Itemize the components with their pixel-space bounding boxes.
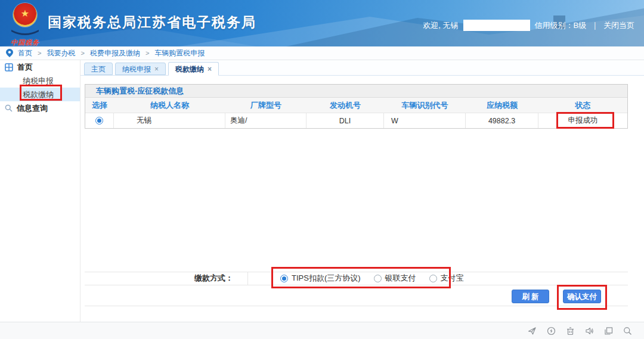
sidebar-item-info-query[interactable]: 信息查询 bbox=[0, 101, 80, 115]
welcome-text: 欢迎, 无锡 bbox=[423, 20, 458, 31]
redacted-taxpayer-name bbox=[463, 20, 530, 31]
breadcrumb-banshui[interactable]: 我要办税 bbox=[47, 48, 75, 58]
divider-line bbox=[85, 285, 628, 285]
table-row: 无锡 奥迪/ DLI W 49882.3 申报成功 bbox=[85, 113, 627, 128]
row-select-cell bbox=[85, 113, 114, 128]
tab-tax-declare[interactable]: 纳税申报 × bbox=[115, 63, 166, 75]
trash-icon[interactable] bbox=[566, 326, 575, 335]
col-taxpayer-name: 纳税人名称 bbox=[114, 98, 225, 113]
divider-line bbox=[85, 306, 628, 306]
welcome-bar: 欢迎, 无锡 信用级别：B级 ｜ 关闭当页 bbox=[423, 20, 634, 31]
radio-tips-selected[interactable] bbox=[280, 275, 288, 282]
tab-close-icon[interactable]: × bbox=[154, 63, 159, 75]
sidebar-item-tax-payment[interactable]: 税款缴纳 bbox=[0, 88, 80, 101]
col-vin: 车辆识别代号 bbox=[384, 98, 466, 113]
breadcrumb-home[interactable]: 首页 bbox=[18, 48, 32, 58]
sidebar-item-label: 纳税申报 bbox=[23, 76, 54, 86]
location-pin-icon bbox=[6, 49, 13, 57]
breadcrumb-shenbao-jiaona[interactable]: 税费申报及缴纳 bbox=[90, 48, 140, 58]
close-page-link[interactable]: 关闭当页 bbox=[603, 20, 634, 31]
speaker-icon[interactable] bbox=[585, 326, 594, 335]
rocket-icon[interactable] bbox=[528, 326, 537, 335]
national-emblem-icon: ★ bbox=[13, 3, 37, 27]
col-select: 选择 bbox=[85, 98, 114, 113]
breadcrumb-separator: > bbox=[80, 49, 84, 57]
site-title: 国家税务总局江苏省电子税务局 bbox=[48, 13, 256, 32]
payment-method-label: 缴款方式： bbox=[85, 272, 247, 285]
payment-option-unionpay[interactable]: 银联支付 bbox=[374, 273, 416, 284]
refresh-button[interactable]: 刷 新 bbox=[512, 290, 549, 303]
divider-line bbox=[247, 272, 248, 285]
payment-option-label: 银联支付 bbox=[385, 273, 416, 284]
wings-icon bbox=[11, 29, 39, 35]
grid-icon bbox=[5, 63, 13, 71]
panel-title: 车辆购置税-应征税款信息 bbox=[85, 85, 627, 98]
search-icon bbox=[5, 104, 13, 112]
tab-tax-payment[interactable]: 税款缴纳 × bbox=[168, 62, 219, 76]
tab-label: 纳税申报 bbox=[122, 63, 151, 75]
col-tax-amount: 应纳税额 bbox=[466, 98, 538, 113]
cell-tax-amount: 49882.3 bbox=[466, 113, 538, 128]
breadcrumb-separator: > bbox=[38, 49, 41, 57]
col-brand-model: 厂牌型号 bbox=[225, 98, 306, 113]
payment-option-alipay[interactable]: 支付宝 bbox=[429, 273, 464, 284]
payment-options: TIPS扣款(三方协议) 银联支付 支付宝 bbox=[280, 272, 464, 285]
credit-level: 信用级别：B级 bbox=[535, 20, 587, 31]
tab-label: 税款缴纳 bbox=[175, 63, 204, 75]
cell-brand-model: 奥迪/ bbox=[225, 113, 306, 128]
payment-option-tips[interactable]: TIPS扣款(三方协议) bbox=[280, 273, 361, 284]
confirm-payment-button[interactable]: 确认支付 bbox=[563, 290, 601, 303]
row-radio-selected[interactable] bbox=[95, 117, 103, 125]
logo-caption: 中国税务 bbox=[10, 38, 41, 46]
sidebar-info-query-label: 信息查询 bbox=[17, 103, 48, 114]
radio-unionpay[interactable] bbox=[374, 275, 382, 282]
sidebar-item-tax-declare[interactable]: 纳税申报 bbox=[0, 74, 80, 88]
col-engine-no: 发动机号 bbox=[306, 98, 384, 113]
payment-option-label: TIPS扣款(三方协议) bbox=[292, 273, 361, 284]
vehicle-tax-panel: 车辆购置税-应征税款信息 选择 纳税人名称 厂牌型号 发动机号 车辆识别代号 应… bbox=[85, 84, 628, 129]
sidebar-item-label: 税款缴纳 bbox=[23, 89, 54, 100]
col-status: 状态 bbox=[538, 98, 627, 113]
search-icon[interactable] bbox=[623, 326, 632, 335]
sidebar-item-home[interactable]: 首页 bbox=[0, 60, 80, 74]
sidebar-home-label: 首页 bbox=[17, 62, 33, 73]
sidebar: 首页 纳税申报 税款缴纳 信息查询 bbox=[0, 60, 80, 322]
breadcrumb-vehicle-tax[interactable]: 车辆购置税申报 bbox=[154, 48, 205, 58]
browser-toolbar bbox=[0, 322, 644, 339]
multi-window-icon[interactable] bbox=[604, 326, 613, 335]
cell-engine-no: DLI bbox=[306, 113, 384, 128]
cell-status: 申报成功 bbox=[538, 113, 627, 128]
cell-taxpayer-name: 无锡 bbox=[114, 113, 225, 128]
divider: ｜ bbox=[591, 20, 599, 31]
table-header-row: 选择 纳税人名称 厂牌型号 发动机号 车辆识别代号 应纳税额 状态 bbox=[85, 98, 627, 113]
app-header: ★ 中国税务 国家税务总局江苏省电子税务局 欢迎, 无锡 信用级别：B级 ｜ 关… bbox=[0, 0, 644, 46]
cell-vin: W bbox=[384, 113, 466, 128]
speed-mode-icon[interactable] bbox=[547, 326, 556, 335]
payment-option-label: 支付宝 bbox=[441, 273, 464, 284]
tab-label: 主页 bbox=[91, 63, 106, 75]
tab-main-page[interactable]: 主页 bbox=[84, 63, 113, 75]
radio-alipay[interactable] bbox=[429, 275, 437, 282]
breadcrumb-separator: > bbox=[145, 49, 149, 57]
tab-close-icon[interactable]: × bbox=[208, 63, 212, 75]
tab-strip: 主页 纳税申报 × 税款缴纳 × bbox=[80, 60, 644, 76]
breadcrumb: 首页 > 我要办税 > 税费申报及缴纳 > 车辆购置税申报 bbox=[0, 46, 644, 60]
tax-bureau-logo: ★ 中国税务 bbox=[10, 3, 41, 46]
